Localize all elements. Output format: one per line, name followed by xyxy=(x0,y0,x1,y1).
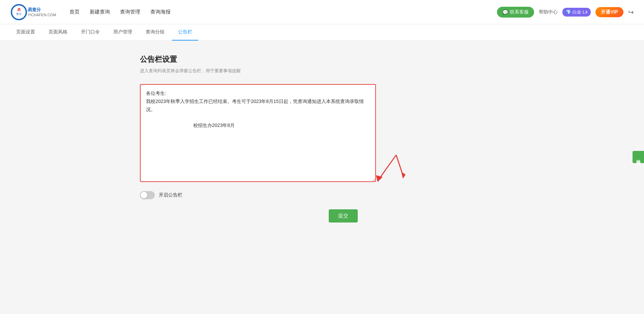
toggle-label: 开启公告栏 xyxy=(159,192,182,198)
logo: 易 查分 易查分 YICHAFEN.COM xyxy=(10,3,56,21)
tab-page-settings[interactable]: 页面设置 xyxy=(10,24,41,41)
logo-text: YICHAFEN.COM xyxy=(28,13,56,17)
notice-textarea[interactable]: 各位考生: 我校2023年秋季入学招生工作已经结束。考生可于2023年8月15日… xyxy=(140,84,376,182)
svg-line-4 xyxy=(379,155,396,179)
svg-point-1 xyxy=(12,5,26,19)
toggle-row: 开启公告栏 xyxy=(140,191,504,199)
submit-button[interactable]: 提交 xyxy=(329,209,358,223)
logout-button[interactable]: ↪ xyxy=(628,8,634,16)
tab-bulletin[interactable]: 公告栏 xyxy=(172,24,198,41)
contact-button[interactable]: 💬 联系客服 xyxy=(497,7,534,18)
tab-door-code[interactable]: 开门口令 xyxy=(75,24,106,41)
main-nav: 首页 新建查询 查询管理 查询海报 xyxy=(69,7,497,17)
nav-query-poster[interactable]: 查询海报 xyxy=(150,7,171,17)
logo-icon: 易 查分 xyxy=(10,3,28,21)
tab-page-style[interactable]: 页面风格 xyxy=(42,24,74,41)
diamond-icon: 💎 xyxy=(566,9,571,15)
bulletin-toggle[interactable] xyxy=(140,191,155,199)
page-title: 公告栏设置 xyxy=(140,54,504,64)
svg-marker-5 xyxy=(376,175,383,182)
tab-query-group[interactable]: 查询分组 xyxy=(140,24,171,41)
textarea-wrapper: 各位考生: 我校2023年秋季入学招生工作已经结束。考生可于2023年8月15日… xyxy=(140,84,376,183)
svg-text:易: 易 xyxy=(17,8,21,11)
main-content: 公告栏设置 进入查询列表页将会弹窗公告栏，用于重要事项提醒 各位考生: 我校20… xyxy=(120,41,524,236)
logout-icon: ↪ xyxy=(628,8,634,16)
tab-user-manage[interactable]: 用户管理 xyxy=(107,24,138,41)
nav-new-query[interactable]: 新建查询 xyxy=(90,7,110,17)
page-description: 进入查询列表页将会弹窗公告栏，用于重要事项提醒 xyxy=(140,68,504,74)
header-right: 💬 联系客服 帮助中心 💎 白金 L4 开通VIP ↪ xyxy=(497,7,634,18)
level-badge: 💎 白金 L4 xyxy=(562,8,591,17)
quick-help[interactable]: 快捷帮助 xyxy=(633,151,644,163)
help-button[interactable]: 帮助中心 xyxy=(539,9,558,15)
wechat-icon: 💬 xyxy=(502,9,508,15)
svg-marker-7 xyxy=(401,172,406,179)
nav-query-manage[interactable]: 查询管理 xyxy=(120,7,140,17)
sub-nav: 页面设置 页面风格 开门口令 用户管理 查询分组 公告栏 xyxy=(0,24,644,41)
header: 易 查分 易查分 YICHAFEN.COM 首页 新建查询 查询管理 查询海报 … xyxy=(0,0,644,24)
nav-home[interactable]: 首页 xyxy=(69,7,80,17)
svg-text:查分: 查分 xyxy=(16,12,22,16)
vip-button[interactable]: 开通VIP xyxy=(595,7,623,17)
svg-line-6 xyxy=(396,155,403,175)
